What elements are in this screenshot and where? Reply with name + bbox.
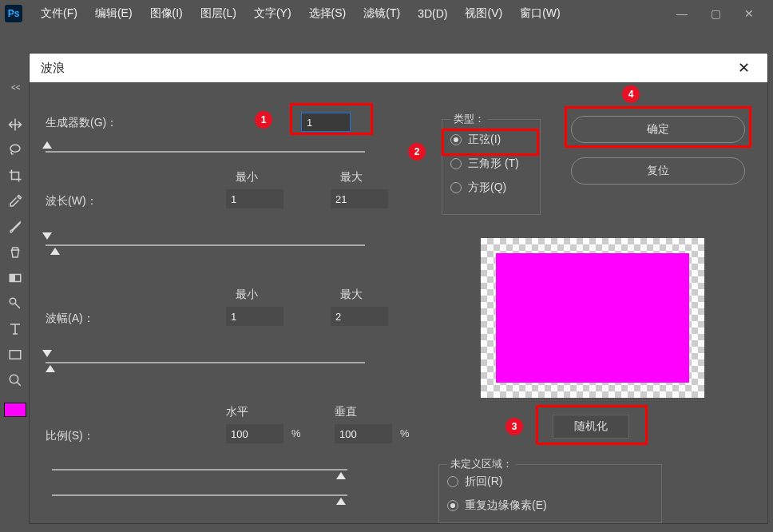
wavelength-slider[interactable] [46,244,365,246]
dialog-titlebar: 波浪 ✕ [30,54,767,82]
type-sine-radio[interactable]: 正弦(I) [442,128,540,152]
amplitude-label: 波幅(A)： [46,312,94,326]
wavelength-label: 波长(W)： [46,194,97,208]
generators-slider-thumb[interactable] [42,141,52,149]
window-controls: — ▢ ✕ [672,4,768,23]
svg-rect-4 [10,351,21,359]
annotation-circle-3: 3 [505,418,523,435]
undef-wrap-radio[interactable]: 折回(R) [439,470,661,494]
type-group: 类型： 正弦(I) 三角形 (T) 方形(Q) [442,119,541,215]
wavelength-max-header: 最大 [340,170,363,185]
menu-file[interactable]: 文件(F) [32,0,86,27]
menu-filter[interactable]: 滤镜(T) [355,0,409,27]
amplitude-min-header: 最小 [236,288,258,302]
menu-window[interactable]: 窗口(W) [511,0,569,27]
move-tool-icon[interactable] [4,113,26,136]
randomize-button[interactable]: 随机化 [553,415,629,439]
annotation-circle-2: 2 [408,143,426,161]
lasso-tool-icon[interactable] [4,139,26,161]
radio-icon [450,134,462,145]
undef-repeat-radio[interactable]: 重复边缘像素(E) [439,494,661,518]
scale-label: 比例(S)： [46,429,94,443]
undef-repeat-label: 重复边缘像素(E) [465,498,547,513]
menu-type[interactable]: 文字(Y) [245,0,300,27]
amplitude-min-thumb[interactable] [42,350,52,357]
wavelength-max-thumb[interactable] [50,248,60,255]
generators-input[interactable] [301,113,351,132]
menu-3d[interactable]: 3D(D) [409,0,456,27]
scale-h-input[interactable] [226,424,283,443]
gradient-tool-icon[interactable] [4,267,26,289]
amplitude-max-thumb[interactable] [46,365,55,372]
generators-label: 生成器数(G)： [46,116,117,130]
sidebar-expand-icon[interactable]: << [11,83,21,92]
radio-icon [450,158,462,169]
annotation-circle-1: 1 [255,111,272,129]
tool-sidebar [0,112,30,532]
amplitude-max-input[interactable] [331,307,388,326]
svg-point-5 [10,375,18,383]
generators-slider[interactable] [46,151,365,153]
type-square-label: 方形(Q) [468,181,506,195]
annotation-circle-4: 4 [622,85,640,103]
type-group-title: 类型： [450,112,488,126]
scale-v-input[interactable] [335,424,392,443]
svg-point-0 [10,145,20,152]
scale-v-slider[interactable] [52,494,347,496]
undefined-area-title: 未定义区域： [447,457,516,471]
clone-tool-icon[interactable] [4,241,26,264]
ps-logo: Ps [5,5,22,22]
dialog-close-icon[interactable]: ✕ [731,56,756,80]
minimize-button[interactable]: — [672,4,692,23]
radio-icon [447,476,458,487]
brush-tool-icon[interactable] [4,216,26,238]
undefined-area-group: 未定义区域： 折回(R) 重复边缘像素(E) [438,464,662,523]
type-triangle-label: 三角形 (T) [468,157,519,171]
scale-h-thumb[interactable] [336,472,346,479]
wavelength-max-input[interactable] [331,189,388,208]
wave-dialog: 波浪 ✕ 生成器数(G)： 最小 最大 波长(W)： 最小 最大 波幅(A)： … [29,53,768,524]
scale-v-thumb[interactable] [336,498,346,505]
svg-rect-2 [10,275,15,282]
maximize-button[interactable]: ▢ [706,4,725,23]
foreground-color-swatch[interactable] [4,403,26,417]
amplitude-max-header: 最大 [340,288,363,302]
rectangle-tool-icon[interactable] [4,343,26,366]
wavelength-min-input[interactable] [226,189,283,208]
radio-icon [447,500,458,511]
wavelength-min-thumb[interactable] [42,232,52,240]
menu-edit[interactable]: 编辑(E) [86,0,141,27]
scale-h-slider[interactable] [52,469,347,470]
amplitude-min-input[interactable] [226,307,283,326]
scale-h-pct: % [291,427,301,439]
menu-view[interactable]: 视图(V) [456,0,511,27]
smudge-tool-icon[interactable] [4,292,26,315]
scale-v-pct: % [400,427,410,439]
preview-box [481,238,704,398]
menu-select[interactable]: 选择(S) [300,0,355,27]
amplitude-slider[interactable] [46,362,365,363]
ok-button[interactable]: 确定 [571,116,745,143]
svg-point-3 [10,298,16,304]
type-sine-label: 正弦(I) [468,133,501,147]
menu-layer[interactable]: 图层(L) [192,0,245,27]
eyedropper-tool-icon[interactable] [4,190,26,212]
crop-tool-icon[interactable] [4,165,26,187]
wavelength-min-header: 最小 [236,170,258,185]
type-triangle-radio[interactable]: 三角形 (T) [442,152,540,176]
app-titlebar: Ps 文件(F) 编辑(E) 图像(I) 图层(L) 文字(Y) 选择(S) 滤… [0,0,773,27]
close-button[interactable]: ✕ [739,4,759,23]
reset-button[interactable]: 复位 [571,157,745,185]
zoom-tool-icon[interactable] [4,369,26,391]
radio-icon [450,182,462,193]
menu-image[interactable]: 图像(I) [141,0,192,27]
preview-image [496,253,689,383]
scale-h-header: 水平 [226,405,248,419]
type-tool-icon[interactable] [4,318,26,340]
undef-wrap-label: 折回(R) [465,474,502,489]
scale-v-header: 垂直 [335,405,357,419]
dialog-title: 波浪 [41,61,65,76]
type-square-radio[interactable]: 方形(Q) [442,176,540,200]
